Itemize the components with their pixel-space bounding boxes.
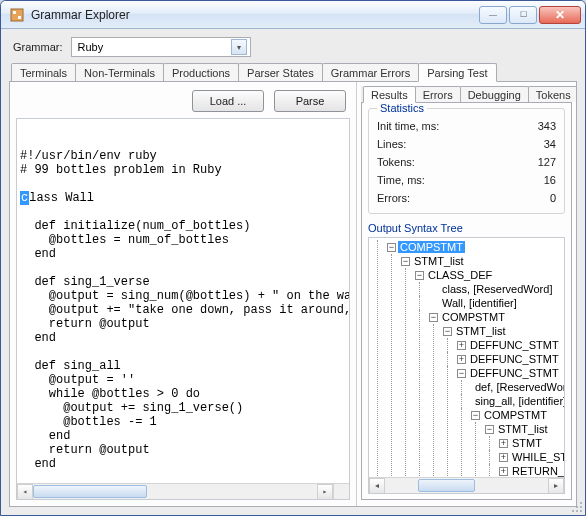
- tab-non-terminals[interactable]: Non-Terminals: [75, 63, 164, 81]
- expand-icon[interactable]: +: [499, 453, 508, 462]
- tree-scrollbar[interactable]: ◂ ▸: [369, 477, 564, 493]
- grammar-value: Ruby: [78, 41, 104, 53]
- expand-icon[interactable]: +: [457, 355, 466, 364]
- grammar-row: Grammar: Ruby ▾: [9, 35, 577, 63]
- expand-icon[interactable]: −: [443, 327, 452, 336]
- tree-label[interactable]: STMT_list: [412, 255, 466, 267]
- scroll-right-icon[interactable]: ▸: [548, 478, 564, 494]
- svg-point-7: [576, 510, 578, 512]
- svg-point-5: [580, 506, 582, 508]
- tree-node[interactable]: Wall, [identifier]: [415, 296, 562, 310]
- stat-row: Lines:34: [377, 135, 556, 153]
- syntax-tree[interactable]: −COMPSTMT−STMT_list−CLASS_DEFclass, [Res…: [368, 237, 565, 494]
- tree-label[interactable]: Wall, [identifier]: [440, 297, 519, 309]
- tree-label[interactable]: def, [ReservedWord]: [473, 381, 565, 393]
- tree-label[interactable]: DEFFUNC_STMT: [468, 367, 561, 379]
- stat-label: Init time, ms:: [377, 120, 439, 132]
- svg-point-3: [580, 502, 582, 504]
- expand-icon[interactable]: +: [457, 341, 466, 350]
- scroll-track[interactable]: [385, 478, 548, 494]
- tree-node[interactable]: −CLASS_DEFclass, [ReservedWord]Wall, [id…: [401, 268, 562, 494]
- expand-icon[interactable]: −: [401, 257, 410, 266]
- tree-label[interactable]: COMPSTMT: [398, 241, 465, 253]
- tree-node[interactable]: −STMT_list+DEFFUNC_STMT+DEFFUNC_STMT−DEF…: [429, 324, 562, 494]
- tree-node[interactable]: +DEFFUNC_STMT: [443, 352, 562, 366]
- grammar-select[interactable]: Ruby ▾: [71, 37, 251, 57]
- scroll-thumb[interactable]: [33, 485, 147, 498]
- stat-value: 127: [538, 156, 556, 168]
- titlebar[interactable]: Grammar Explorer — ☐ ✕: [1, 1, 585, 29]
- expand-icon[interactable]: −: [387, 243, 396, 252]
- tab-tokens[interactable]: Tokens: [528, 86, 576, 102]
- tree-node[interactable]: sing_all, [identifier]: [457, 394, 562, 408]
- left-pane: Load ... Parse #!/usr/bin/env ruby# 99 b…: [10, 82, 356, 506]
- tree-label[interactable]: STMT_list: [454, 325, 508, 337]
- scroll-right-icon[interactable]: ▸: [317, 484, 333, 500]
- stat-row: Errors:0: [377, 189, 556, 207]
- tree-label[interactable]: COMPSTMT: [440, 311, 507, 323]
- tree-label[interactable]: COMPSTMT: [482, 409, 549, 421]
- load-button[interactable]: Load ...: [192, 90, 264, 112]
- tree-label[interactable]: DEFFUNC_STMT: [468, 493, 561, 494]
- svg-rect-1: [13, 11, 16, 14]
- resize-grip-icon[interactable]: [570, 500, 584, 514]
- main-tabs: TerminalsNon-TerminalsProductionsParser …: [9, 63, 577, 82]
- expand-icon[interactable]: +: [499, 467, 508, 476]
- tree-node[interactable]: −COMPSTMT−STMT_list+DEFFUNC_STMT+DEFFUNC…: [415, 310, 562, 494]
- tree-node[interactable]: −STMT_list−CLASS_DEFclass, [ReservedWord…: [387, 254, 562, 494]
- tab-productions[interactable]: Productions: [163, 63, 239, 81]
- minimize-button[interactable]: —: [479, 6, 507, 24]
- maximize-button[interactable]: ☐: [509, 6, 537, 24]
- svg-point-8: [580, 510, 582, 512]
- right-pane: ResultsErrorsDebuggingTokens Statistics …: [356, 82, 576, 506]
- svg-rect-2: [18, 16, 21, 19]
- statistics-group: Statistics Init time, ms:343Lines:34Toke…: [368, 108, 565, 214]
- tree-node[interactable]: def, [ReservedWord]: [457, 380, 562, 394]
- stat-value: 16: [544, 174, 556, 186]
- expand-icon[interactable]: +: [499, 439, 508, 448]
- tree-node[interactable]: +STMT: [485, 436, 562, 450]
- code-editor[interactable]: #!/usr/bin/env ruby# 99 bottles problem …: [16, 118, 350, 500]
- svg-rect-0: [11, 9, 23, 21]
- tree-label[interactable]: WHILE_STMT: [510, 451, 565, 463]
- chevron-down-icon[interactable]: ▾: [231, 39, 247, 55]
- tree-label[interactable]: STMT: [510, 437, 544, 449]
- tree-node[interactable]: +WHILE_STMT: [485, 450, 562, 464]
- parse-button[interactable]: Parse: [274, 90, 346, 112]
- tree-node[interactable]: +DEFFUNC_STMT: [443, 338, 562, 352]
- tab-terminals[interactable]: Terminals: [11, 63, 76, 81]
- tree-label[interactable]: sing_all, [identifier]: [473, 395, 565, 407]
- tree-label[interactable]: STMT_list: [496, 423, 550, 435]
- tree-label[interactable]: RETURN_STMT: [510, 465, 565, 477]
- app-window: Grammar Explorer — ☐ ✕ Grammar: Ruby ▾ T…: [0, 0, 586, 516]
- expand-icon[interactable]: −: [415, 271, 424, 280]
- tree-node[interactable]: class, [ReservedWord]: [415, 282, 562, 296]
- close-button[interactable]: ✕: [539, 6, 581, 24]
- tab-parser-states[interactable]: Parser States: [238, 63, 323, 81]
- expand-icon[interactable]: −: [485, 425, 494, 434]
- scrollbar-horizontal[interactable]: ◂ ▸: [17, 483, 333, 499]
- tree-node[interactable]: −STMT_list+STMT+WHILE_STMT+RETURN_STMT: [471, 422, 562, 478]
- tree-node[interactable]: −COMPSTMT−STMT_list−CLASS_DEFclass, [Res…: [373, 240, 562, 494]
- right-tabs: ResultsErrorsDebuggingTokens: [361, 86, 572, 103]
- tab-results[interactable]: Results: [363, 86, 416, 103]
- tree-label[interactable]: class, [ReservedWord]: [440, 283, 554, 295]
- tab-errors[interactable]: Errors: [415, 86, 461, 102]
- tree-node[interactable]: −COMPSTMT−STMT_list+STMT+WHILE_STMT+RETU…: [457, 408, 562, 478]
- scroll-track[interactable]: [33, 484, 317, 500]
- tree-label[interactable]: DEFFUNC_STMT: [468, 339, 561, 351]
- tree-node[interactable]: +RETURN_STMT: [485, 464, 562, 478]
- scroll-thumb[interactable]: [418, 479, 475, 492]
- expand-icon[interactable]: −: [471, 411, 480, 420]
- expand-icon[interactable]: −: [429, 313, 438, 322]
- tree-label[interactable]: CLASS_DEF: [426, 269, 494, 281]
- svg-point-4: [576, 506, 578, 508]
- tab-grammar-errors[interactable]: Grammar Errors: [322, 63, 419, 81]
- expand-icon[interactable]: −: [457, 369, 466, 378]
- scroll-left-icon[interactable]: ◂: [369, 478, 385, 494]
- tab-debugging[interactable]: Debugging: [460, 86, 529, 102]
- tree-node[interactable]: −DEFFUNC_STMTdef, [ReservedWord]sing_all…: [443, 366, 562, 492]
- tree-label[interactable]: DEFFUNC_STMT: [468, 353, 561, 365]
- scroll-left-icon[interactable]: ◂: [17, 484, 33, 500]
- tab-parsing-test[interactable]: Parsing Test: [418, 63, 496, 82]
